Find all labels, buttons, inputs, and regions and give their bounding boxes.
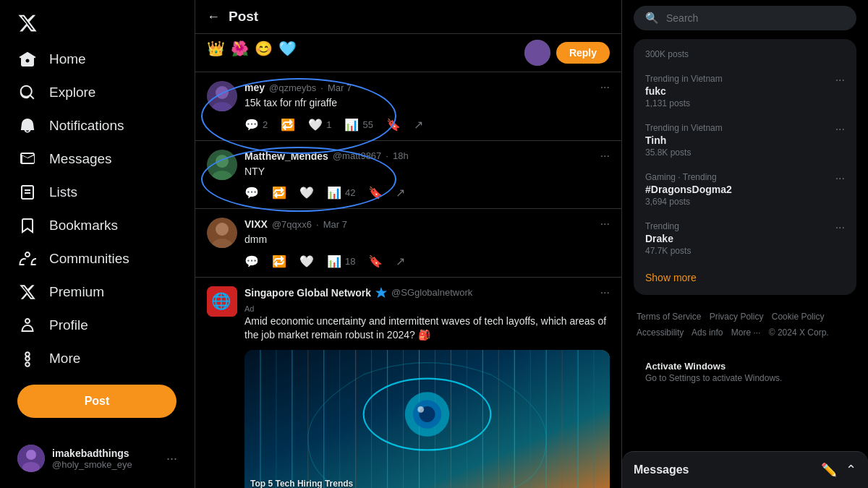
post-button[interactable]: Post	[17, 385, 176, 418]
retweet-action-mey[interactable]: 🔁	[281, 118, 295, 132]
share-action-mey[interactable]: ↗	[414, 118, 423, 132]
emoji-icon-3[interactable]: 😊	[255, 40, 273, 66]
reply-action-vixx[interactable]: 💬	[244, 254, 259, 268]
sidebar-item-profile[interactable]: Profile	[9, 309, 186, 341]
emoji-icon-4[interactable]: 🩵	[278, 40, 297, 66]
sidebar-item-bookmarks[interactable]: Bookmarks	[9, 210, 186, 241]
copyright: © 2024 X Corp.	[769, 328, 829, 338]
avatar	[17, 445, 45, 472]
sidebar-item-lists[interactable]: Lists	[9, 176, 186, 208]
tweet-more-vixx[interactable]: ···	[600, 218, 610, 231]
back-button[interactable]: ←	[207, 9, 220, 25]
views-action-matthew[interactable]: 📊 42	[327, 186, 355, 200]
share-icon: ↗	[414, 118, 423, 132]
trend-item-3[interactable]: Gaming · Trending #DragonsDogma2 3,694 p…	[634, 165, 856, 214]
ad-badge: Ad	[244, 304, 254, 313]
trend-more-1[interactable]: ···	[835, 74, 845, 87]
more-footer-link[interactable]: More ···	[731, 328, 761, 338]
share-action-matthew[interactable]: ↗	[396, 186, 405, 200]
trend-posts-3: 3,694 posts	[645, 197, 835, 207]
trend-context-4: Trending	[645, 221, 835, 231]
x-logo[interactable]	[9, 6, 186, 40]
reply-action-mey[interactable]: 💬 2	[244, 118, 268, 132]
search-input[interactable]	[666, 12, 845, 24]
trend-info-0: 300K posts	[645, 49, 845, 59]
main-content: ← Post 👑 🌺 😊 🩵 Reply mey @qzmeybs · Ma	[195, 0, 622, 488]
user-more-options[interactable]: ···	[166, 451, 177, 466]
sidebar-item-explore[interactable]: Explore	[9, 77, 186, 108]
tweet-name-vixx: VIXX	[244, 218, 268, 230]
messages-label: Messages	[49, 151, 112, 167]
tweet-body-vixx: VIXX @7qqxx6 · Mar 7 ··· dmm 💬 🔁 🤍 📊	[244, 218, 610, 268]
sidebar-item-home[interactable]: Home	[9, 43, 186, 75]
trend-more-2[interactable]: ···	[835, 123, 845, 136]
retweet-action-matthew[interactable]: 🔁	[272, 186, 286, 200]
activate-title: Activate Windows	[645, 361, 845, 372]
tweet-meta-matthew: Matthew_Mendes @matt9867 · 18h ···	[244, 150, 610, 163]
trend-item-4[interactable]: Trending Drake 47.7K posts ···	[634, 214, 856, 263]
trend-posts-2: 35.8K posts	[645, 147, 835, 158]
tweet-time-vixx: Mar 7	[323, 219, 347, 230]
trend-item-0[interactable]: 300K posts	[634, 42, 856, 67]
tweet-actions-vixx: 💬 🔁 🤍 📊 18 🔖 ↗	[244, 254, 610, 268]
tweet-item-matthew: Matthew_Mendes @matt9867 · 18h ··· NTY 💬…	[195, 141, 621, 210]
collapse-messages-icon[interactable]: ⌃	[846, 462, 856, 478]
bookmark-icon: 🔖	[386, 118, 401, 132]
views-icon: 📊	[344, 118, 359, 132]
like-icon-matthew: 🤍	[299, 186, 314, 200]
messages-bar-icons: ✏️ ⌃	[821, 462, 856, 478]
user-profile-menu[interactable]: imakebadthings @holy_smoke_eye ···	[9, 437, 186, 479]
show-more-button[interactable]: Show more	[634, 263, 856, 292]
views-action-vixx[interactable]: 📊 18	[327, 254, 355, 268]
trend-info-1: Trending in Vietnam fukc 1,131 posts	[645, 74, 835, 108]
bookmark-action-vixx[interactable]: 🔖	[368, 254, 383, 268]
more-label: More	[49, 351, 80, 367]
sidebar-item-more[interactable]: More	[9, 343, 186, 374]
svg-point-3	[524, 40, 550, 66]
sidebar-item-premium[interactable]: Premium	[9, 276, 186, 308]
views-action-mey[interactable]: 📊 55	[344, 118, 373, 132]
reply-action-matthew[interactable]: 💬	[244, 186, 259, 200]
trend-more-3[interactable]: ···	[835, 172, 845, 185]
bookmark-action-mey[interactable]: 🔖	[386, 118, 401, 132]
like-action-matthew[interactable]: 🤍	[299, 186, 314, 200]
share-action-vixx[interactable]: ↗	[396, 254, 405, 268]
reply-area: 👑 🌺 😊 🩵 Reply	[195, 34, 621, 72]
trend-item-1[interactable]: Trending in Vietnam fukc 1,131 posts ···	[634, 67, 856, 116]
tweet-time-matthew: 18h	[393, 150, 409, 161]
sidebar-item-communities[interactable]: Communities	[9, 243, 186, 275]
terms-link[interactable]: Terms of Service	[637, 312, 701, 322]
trend-item-2[interactable]: Trending in Vietnam Tinh 35.8K posts ···	[634, 116, 856, 165]
ads-info-link[interactable]: Ads info	[692, 328, 723, 338]
reply-button[interactable]: Reply	[556, 42, 610, 64]
accessibility-link[interactable]: Accessibility	[637, 328, 684, 338]
svg-text:🌐: 🌐	[211, 291, 231, 311]
tweet-body-mey: mey @qzmeybs · Mar 7 ··· 15k tax for nfr…	[244, 81, 610, 132]
cookie-link[interactable]: Cookie Policy	[772, 312, 825, 322]
tweet-handle-mey: @qzmeybs	[269, 82, 316, 93]
compose-message-icon[interactable]: ✏️	[821, 462, 837, 478]
trend-more-4[interactable]: ···	[835, 221, 845, 234]
bookmark-action-matthew[interactable]: 🔖	[368, 186, 383, 200]
sidebar-item-messages[interactable]: Messages	[9, 143, 186, 175]
privacy-link[interactable]: Privacy Policy	[710, 312, 764, 322]
retweet-action-vixx[interactable]: 🔁	[272, 254, 286, 268]
tweet-item-vixx: VIXX @7qqxx6 · Mar 7 ··· dmm 💬 🔁 🤍 📊	[195, 209, 621, 278]
like-action-vixx[interactable]: 🤍	[299, 254, 314, 268]
main-nav: Home Explore Notifications Messages List…	[9, 43, 186, 376]
reply-icon-matthew: 💬	[244, 186, 259, 200]
tweet-handle-matthew: @matt9867	[333, 150, 381, 161]
retweet-icon-vixx: 🔁	[272, 254, 286, 268]
tweet-handle-ad: @SGglobalnetwork	[391, 287, 472, 298]
like-action-mey[interactable]: 🤍 1	[308, 118, 331, 132]
tweet-more-mey[interactable]: ···	[600, 81, 610, 94]
emoji-icon-1[interactable]: 👑	[207, 40, 225, 66]
notifications-icon	[19, 117, 36, 134]
tweet-more-matthew[interactable]: ···	[600, 150, 610, 163]
svg-point-1	[26, 450, 36, 460]
ad-image[interactable]: Top 5 Tech Hiring Trends	[244, 350, 610, 488]
share-icon-matthew: ↗	[396, 186, 405, 200]
tweet-more-ad[interactable]: ···	[600, 286, 610, 299]
emoji-icon-2[interactable]: 🌺	[231, 40, 249, 66]
sidebar-item-notifications[interactable]: Notifications	[9, 110, 186, 142]
